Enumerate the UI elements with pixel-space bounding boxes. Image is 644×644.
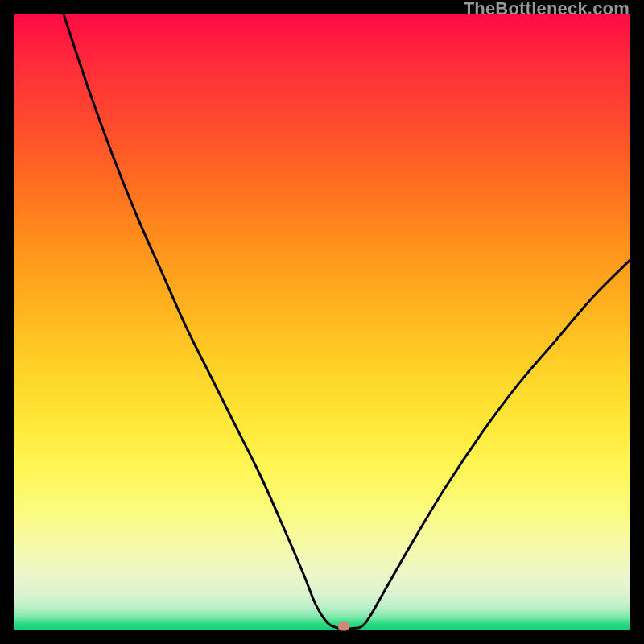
bottleneck-curve <box>14 14 630 630</box>
plot-area <box>14 14 630 630</box>
chart-frame: TheBottleneck.com <box>0 0 644 644</box>
optimal-point-marker <box>338 622 349 631</box>
